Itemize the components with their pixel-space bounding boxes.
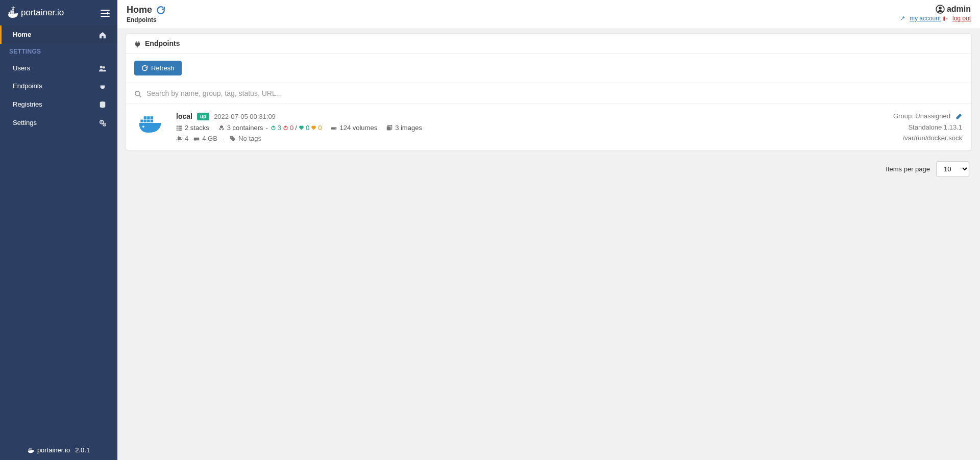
sidebar-toggle-icon[interactable] bbox=[101, 8, 110, 17]
database-icon bbox=[99, 100, 106, 109]
svg-rect-17 bbox=[31, 449, 32, 450]
svg-rect-44 bbox=[194, 137, 200, 140]
svg-point-22 bbox=[135, 91, 140, 96]
sidebar-item-registries[interactable]: Registries bbox=[0, 95, 117, 114]
svg-rect-27 bbox=[143, 116, 146, 119]
edit-icon[interactable] bbox=[955, 112, 962, 120]
nav-label: Settings bbox=[13, 119, 37, 126]
search-input[interactable] bbox=[146, 89, 963, 97]
main-content: Home Endpoints admin my account log out bbox=[117, 0, 980, 460]
hdd-icon bbox=[331, 125, 337, 131]
user-info: admin bbox=[900, 5, 971, 14]
tags-icon bbox=[230, 136, 236, 142]
svg-rect-19 bbox=[31, 448, 32, 449]
power-icon bbox=[271, 125, 276, 131]
sidebar-nav: Home SETTINGS Users Endpoints Registries bbox=[0, 25, 117, 440]
sidebar-item-endpoints[interactable]: Endpoints bbox=[0, 77, 117, 95]
status-badge: up bbox=[197, 113, 209, 120]
page-subtitle: Endpoints bbox=[127, 16, 165, 23]
endpoint-type: Standalone 1.13.1 bbox=[893, 123, 962, 131]
svg-point-12 bbox=[101, 121, 103, 123]
svg-point-14 bbox=[104, 124, 105, 125]
svg-rect-2 bbox=[12, 12, 14, 14]
svg-point-9 bbox=[103, 66, 105, 68]
nav-label: Registries bbox=[13, 100, 42, 108]
home-icon bbox=[99, 31, 106, 39]
footer-version: 2.0.1 bbox=[75, 446, 90, 454]
svg-rect-3 bbox=[11, 10, 12, 12]
signout-icon bbox=[943, 15, 950, 22]
endpoints-panel: Endpoints Refresh bbox=[126, 33, 972, 151]
sidebar: portainer.io Home SETTINGS Users Endpoin… bbox=[0, 0, 117, 460]
svg-rect-24 bbox=[143, 120, 146, 123]
cubes-icon bbox=[218, 125, 225, 131]
endpoint-card[interactable]: local up 2022-07-05 00:31:09 2 stacks 3 … bbox=[126, 104, 971, 150]
refresh-icon bbox=[141, 65, 148, 71]
page-refresh-icon[interactable] bbox=[156, 5, 165, 15]
nav-label: Home bbox=[13, 31, 31, 38]
items-per-page-select[interactable]: 10 bbox=[936, 161, 969, 177]
svg-rect-16 bbox=[29, 449, 30, 450]
plug-icon bbox=[134, 39, 141, 47]
heartbeat-icon bbox=[299, 125, 304, 131]
logout-link[interactable]: log out bbox=[952, 15, 971, 22]
search-bar bbox=[126, 83, 971, 104]
svg-rect-29 bbox=[150, 116, 153, 119]
my-account-link[interactable]: my account bbox=[910, 15, 941, 22]
footer-brand: portainer.io bbox=[37, 446, 70, 454]
list-icon bbox=[176, 125, 182, 131]
svg-rect-5 bbox=[12, 9, 14, 10]
svg-rect-1 bbox=[11, 12, 12, 14]
nav-label: Endpoints bbox=[13, 82, 42, 90]
stat-tags: No tags bbox=[230, 135, 261, 142]
svg-point-8 bbox=[100, 66, 103, 68]
endpoint-group: Group: Unassigned bbox=[893, 112, 950, 120]
pagination-label: Items per page bbox=[886, 165, 930, 173]
nav-label: Users bbox=[13, 64, 30, 72]
svg-rect-26 bbox=[150, 120, 153, 123]
endpoint-socket: /var/run/docker.sock bbox=[893, 134, 962, 142]
logo-text: portainer.io bbox=[21, 8, 64, 18]
svg-rect-34 bbox=[179, 127, 182, 129]
memory-icon bbox=[193, 136, 200, 142]
svg-rect-36 bbox=[179, 130, 182, 131]
stat-cpu: 4 bbox=[176, 135, 188, 142]
sidebar-footer: portainer.io 2.0.1 bbox=[0, 440, 117, 460]
sidebar-header: portainer.io bbox=[0, 0, 117, 25]
page-header: Home Endpoints admin my account log out bbox=[117, 0, 980, 28]
svg-point-40 bbox=[335, 128, 336, 129]
nav-section-settings: SETTINGS bbox=[0, 44, 117, 59]
clone-icon bbox=[386, 125, 393, 131]
user-links: my account log out bbox=[900, 15, 971, 22]
power-off-icon bbox=[283, 125, 288, 131]
svg-rect-23 bbox=[140, 120, 143, 123]
sidebar-item-home[interactable]: Home bbox=[0, 25, 117, 44]
svg-rect-28 bbox=[147, 116, 150, 119]
svg-rect-15 bbox=[28, 449, 29, 450]
svg-rect-43 bbox=[178, 137, 181, 140]
svg-rect-4 bbox=[12, 10, 14, 12]
heartbeat-warning-icon bbox=[311, 125, 316, 131]
endpoint-date: 2022-07-05 00:31:09 bbox=[214, 113, 276, 120]
users-icon bbox=[99, 64, 106, 72]
sidebar-item-settings[interactable]: Settings bbox=[0, 113, 117, 132]
stat-containers: 3 containers - 3 0 / 0 bbox=[218, 124, 322, 132]
logo[interactable]: portainer.io bbox=[8, 6, 64, 19]
user-icon bbox=[936, 5, 945, 14]
pagination: Items per page 10 bbox=[126, 156, 972, 182]
svg-point-45 bbox=[231, 137, 232, 138]
svg-rect-25 bbox=[147, 120, 150, 123]
plug-icon bbox=[99, 82, 106, 90]
search-icon bbox=[134, 89, 141, 98]
footer-logo[interactable]: portainer.io bbox=[28, 446, 70, 454]
sidebar-item-users[interactable]: Users bbox=[0, 59, 117, 78]
endpoint-name: local bbox=[176, 112, 192, 120]
svg-rect-33 bbox=[177, 127, 178, 129]
microchip-icon bbox=[176, 136, 182, 142]
stat-volumes: 124 volumes bbox=[331, 124, 377, 132]
panel-header: Endpoints bbox=[126, 34, 971, 54]
svg-rect-0 bbox=[9, 12, 10, 14]
svg-rect-31 bbox=[177, 125, 178, 126]
svg-rect-35 bbox=[177, 130, 178, 131]
refresh-button[interactable]: Refresh bbox=[134, 61, 182, 75]
